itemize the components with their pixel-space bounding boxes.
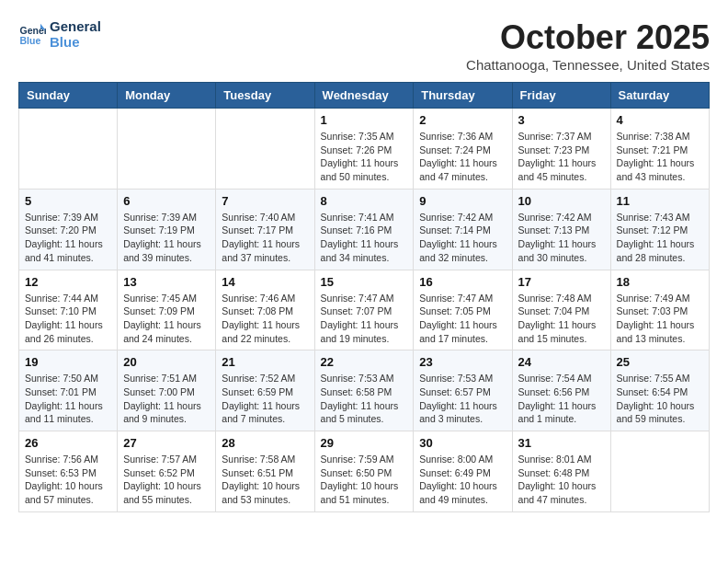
day-cell-20: 20Sunrise: 7:51 AM Sunset: 7:00 PM Dayli… <box>118 350 216 431</box>
title-block: October 2025 Chattanooga, Tennessee, Uni… <box>466 18 710 73</box>
day-cell-15: 15Sunrise: 7:47 AM Sunset: 7:07 PM Dayli… <box>314 270 414 350</box>
week-row-4: 19Sunrise: 7:50 AM Sunset: 7:01 PM Dayli… <box>19 350 710 431</box>
day-info: Sunrise: 7:56 AM Sunset: 6:53 PM Dayligh… <box>25 453 111 507</box>
day-cell-18: 18Sunrise: 7:49 AM Sunset: 7:03 PM Dayli… <box>610 270 709 350</box>
day-number: 6 <box>123 194 210 208</box>
day-cell-22: 22Sunrise: 7:53 AM Sunset: 6:58 PM Dayli… <box>314 350 414 431</box>
day-number: 25 <box>617 355 703 369</box>
day-number: 20 <box>123 355 210 369</box>
day-cell-24: 24Sunrise: 7:54 AM Sunset: 6:56 PM Dayli… <box>512 350 610 431</box>
day-info: Sunrise: 7:53 AM Sunset: 6:57 PM Dayligh… <box>419 372 506 426</box>
logo-general: General <box>50 18 101 34</box>
day-cell-23: 23Sunrise: 7:53 AM Sunset: 6:57 PM Dayli… <box>414 350 512 431</box>
day-info: Sunrise: 7:52 AM Sunset: 6:59 PM Dayligh… <box>222 372 308 426</box>
weekday-header-wednesday: Wednesday <box>314 83 414 109</box>
month-title: October 2025 <box>466 18 710 57</box>
weekday-header-thursday: Thursday <box>414 83 512 109</box>
empty-cell <box>610 431 709 512</box>
day-number: 15 <box>321 275 408 289</box>
day-number: 16 <box>419 275 506 289</box>
day-cell-3: 3Sunrise: 7:37 AM Sunset: 7:23 PM Daylig… <box>512 109 610 190</box>
day-cell-8: 8Sunrise: 7:41 AM Sunset: 7:16 PM Daylig… <box>314 189 414 270</box>
day-info: Sunrise: 7:35 AM Sunset: 7:26 PM Dayligh… <box>321 130 408 184</box>
day-info: Sunrise: 7:39 AM Sunset: 7:20 PM Dayligh… <box>25 211 111 265</box>
day-info: Sunrise: 7:55 AM Sunset: 6:54 PM Dayligh… <box>617 372 703 426</box>
empty-cell <box>19 109 118 190</box>
weekday-header-tuesday: Tuesday <box>216 83 314 109</box>
day-info: Sunrise: 8:00 AM Sunset: 6:49 PM Dayligh… <box>419 453 506 507</box>
day-cell-16: 16Sunrise: 7:47 AM Sunset: 7:05 PM Dayli… <box>414 270 512 350</box>
week-row-5: 26Sunrise: 7:56 AM Sunset: 6:53 PM Dayli… <box>19 431 710 512</box>
day-cell-9: 9Sunrise: 7:42 AM Sunset: 7:14 PM Daylig… <box>414 189 512 270</box>
week-row-3: 12Sunrise: 7:44 AM Sunset: 7:10 PM Dayli… <box>19 270 710 350</box>
day-info: Sunrise: 7:49 AM Sunset: 7:03 PM Dayligh… <box>617 292 703 346</box>
day-cell-27: 27Sunrise: 7:57 AM Sunset: 6:52 PM Dayli… <box>118 431 216 512</box>
weekday-header-row: SundayMondayTuesdayWednesdayThursdayFrid… <box>19 83 710 109</box>
day-cell-10: 10Sunrise: 7:42 AM Sunset: 7:13 PM Dayli… <box>512 189 610 270</box>
empty-cell <box>118 109 216 190</box>
day-cell-12: 12Sunrise: 7:44 AM Sunset: 7:10 PM Dayli… <box>19 270 118 350</box>
logo-icon: General Blue <box>18 20 46 48</box>
day-cell-26: 26Sunrise: 7:56 AM Sunset: 6:53 PM Dayli… <box>19 431 118 512</box>
day-info: Sunrise: 7:47 AM Sunset: 7:07 PM Dayligh… <box>321 292 408 346</box>
day-number: 26 <box>25 436 111 450</box>
day-info: Sunrise: 7:42 AM Sunset: 7:13 PM Dayligh… <box>518 211 605 265</box>
week-row-1: 1Sunrise: 7:35 AM Sunset: 7:26 PM Daylig… <box>19 109 710 190</box>
day-cell-19: 19Sunrise: 7:50 AM Sunset: 7:01 PM Dayli… <box>19 350 118 431</box>
day-info: Sunrise: 7:58 AM Sunset: 6:51 PM Dayligh… <box>222 453 308 507</box>
weekday-header-friday: Friday <box>512 83 610 109</box>
week-row-2: 5Sunrise: 7:39 AM Sunset: 7:20 PM Daylig… <box>19 189 710 270</box>
day-number: 29 <box>321 436 408 450</box>
day-info: Sunrise: 7:53 AM Sunset: 6:58 PM Dayligh… <box>321 372 408 426</box>
day-number: 24 <box>518 355 605 369</box>
day-info: Sunrise: 8:01 AM Sunset: 6:48 PM Dayligh… <box>518 453 605 507</box>
day-cell-30: 30Sunrise: 8:00 AM Sunset: 6:49 PM Dayli… <box>414 431 512 512</box>
day-info: Sunrise: 7:36 AM Sunset: 7:24 PM Dayligh… <box>419 130 506 184</box>
weekday-header-sunday: Sunday <box>19 83 118 109</box>
day-number: 7 <box>222 194 308 208</box>
day-number: 14 <box>222 275 308 289</box>
day-number: 27 <box>123 436 210 450</box>
day-info: Sunrise: 7:37 AM Sunset: 7:23 PM Dayligh… <box>518 130 605 184</box>
day-info: Sunrise: 7:39 AM Sunset: 7:19 PM Dayligh… <box>123 211 210 265</box>
day-info: Sunrise: 7:50 AM Sunset: 7:01 PM Dayligh… <box>25 372 111 426</box>
day-cell-13: 13Sunrise: 7:45 AM Sunset: 7:09 PM Dayli… <box>118 270 216 350</box>
day-number: 12 <box>25 275 111 289</box>
day-number: 17 <box>518 275 605 289</box>
day-cell-31: 31Sunrise: 8:01 AM Sunset: 6:48 PM Dayli… <box>512 431 610 512</box>
day-info: Sunrise: 7:42 AM Sunset: 7:14 PM Dayligh… <box>419 211 506 265</box>
day-info: Sunrise: 7:40 AM Sunset: 7:17 PM Dayligh… <box>222 211 308 265</box>
logo: General Blue General Blue <box>18 18 101 50</box>
day-info: Sunrise: 7:45 AM Sunset: 7:09 PM Dayligh… <box>123 292 210 346</box>
day-cell-7: 7Sunrise: 7:40 AM Sunset: 7:17 PM Daylig… <box>216 189 314 270</box>
day-cell-25: 25Sunrise: 7:55 AM Sunset: 6:54 PM Dayli… <box>610 350 709 431</box>
day-number: 4 <box>617 113 703 127</box>
day-info: Sunrise: 7:47 AM Sunset: 7:05 PM Dayligh… <box>419 292 506 346</box>
day-cell-17: 17Sunrise: 7:48 AM Sunset: 7:04 PM Dayli… <box>512 270 610 350</box>
day-cell-29: 29Sunrise: 7:59 AM Sunset: 6:50 PM Dayli… <box>314 431 414 512</box>
day-number: 3 <box>518 113 605 127</box>
day-number: 19 <box>25 355 111 369</box>
day-cell-4: 4Sunrise: 7:38 AM Sunset: 7:21 PM Daylig… <box>610 109 709 190</box>
day-number: 5 <box>25 194 111 208</box>
day-info: Sunrise: 7:54 AM Sunset: 6:56 PM Dayligh… <box>518 372 605 426</box>
day-info: Sunrise: 7:43 AM Sunset: 7:12 PM Dayligh… <box>617 211 703 265</box>
day-cell-2: 2Sunrise: 7:36 AM Sunset: 7:24 PM Daylig… <box>414 109 512 190</box>
day-number: 2 <box>419 113 506 127</box>
svg-text:Blue: Blue <box>20 35 41 46</box>
day-number: 9 <box>419 194 506 208</box>
day-cell-11: 11Sunrise: 7:43 AM Sunset: 7:12 PM Dayli… <box>610 189 709 270</box>
day-cell-28: 28Sunrise: 7:58 AM Sunset: 6:51 PM Dayli… <box>216 431 314 512</box>
day-number: 11 <box>617 194 703 208</box>
day-number: 13 <box>123 275 210 289</box>
day-cell-6: 6Sunrise: 7:39 AM Sunset: 7:19 PM Daylig… <box>118 189 216 270</box>
day-number: 28 <box>222 436 308 450</box>
day-number: 22 <box>321 355 408 369</box>
logo-blue: Blue <box>50 34 101 50</box>
day-number: 8 <box>321 194 408 208</box>
day-info: Sunrise: 7:41 AM Sunset: 7:16 PM Dayligh… <box>321 211 408 265</box>
calendar: SundayMondayTuesdayWednesdayThursdayFrid… <box>18 82 710 512</box>
day-cell-1: 1Sunrise: 7:35 AM Sunset: 7:26 PM Daylig… <box>314 109 414 190</box>
day-info: Sunrise: 7:59 AM Sunset: 6:50 PM Dayligh… <box>321 453 408 507</box>
day-number: 1 <box>321 113 408 127</box>
